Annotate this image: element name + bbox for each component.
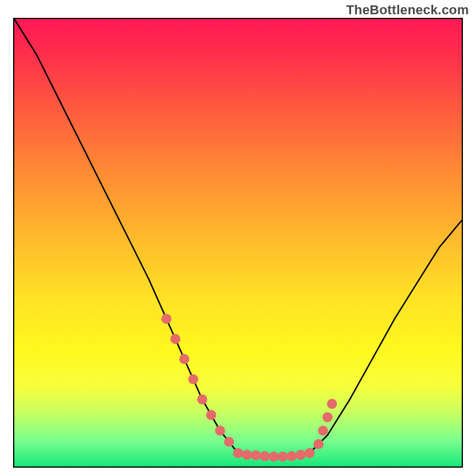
highlight-point — [318, 425, 328, 436]
highlight-point — [322, 412, 333, 422]
highlight-point — [269, 452, 279, 462]
highlight-point — [161, 314, 171, 324]
watermark-text: TheBottleneck.com — [346, 2, 469, 18]
highlight-point — [215, 425, 225, 436]
highlight-point — [242, 450, 252, 460]
bottleneck-curve — [14, 19, 462, 456]
highlight-point — [327, 399, 337, 409]
highlight-point — [305, 448, 315, 458]
plot-area — [13, 18, 463, 468]
highlight-point — [296, 450, 306, 460]
highlight-point — [314, 439, 324, 449]
highlight-point — [260, 451, 270, 461]
highlight-point — [188, 374, 198, 384]
highlight-point — [251, 450, 261, 461]
highlight-point — [179, 354, 189, 364]
highlight-point — [197, 394, 207, 405]
chart-overlay — [14, 19, 462, 466]
highlight-point — [278, 452, 288, 462]
highlight-point — [206, 410, 216, 420]
highlight-point — [170, 334, 180, 344]
highlight-point — [233, 448, 243, 458]
chart-container: TheBottleneck.com — [0, 0, 476, 476]
highlight-point — [287, 451, 297, 461]
highlight-markers — [161, 314, 337, 462]
highlight-point — [224, 437, 234, 447]
